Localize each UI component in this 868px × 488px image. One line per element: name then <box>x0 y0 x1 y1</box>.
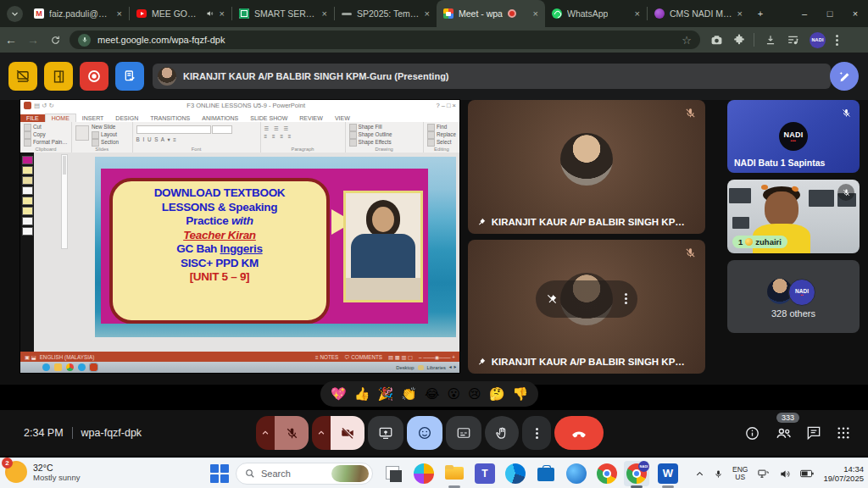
downloads-icon[interactable] <box>765 34 776 46</box>
reaction-clap[interactable]: 👏 <box>401 386 417 402</box>
file-explorer-icon[interactable] <box>444 463 465 484</box>
ppt-select-button[interactable]: Select <box>427 139 456 147</box>
ppt-tab-design[interactable]: DESIGN <box>109 114 144 122</box>
tab-youtube[interactable]: MEE GOREN × <box>130 0 231 27</box>
align-buttons[interactable]: ≡ ≡ ≡ ≡ <box>264 133 342 141</box>
thumbnail-scrollbar[interactable] <box>61 154 68 249</box>
ppt-tab-slideshow[interactable]: SLIDE SHOW <box>244 114 293 122</box>
task-view-icon[interactable] <box>383 463 403 484</box>
reaction-thumbs-down[interactable]: 👎 <box>512 386 528 402</box>
reaction-thumbs-up[interactable]: 👍 <box>354 386 370 402</box>
network-icon[interactable] <box>757 469 770 480</box>
word-icon[interactable]: W <box>658 463 678 484</box>
edge-icon[interactable] <box>505 463 526 484</box>
slide-thumbnail[interactable] <box>22 217 33 225</box>
browser-menu-icon[interactable] <box>836 33 838 47</box>
window-maximize-button[interactable]: □ <box>817 0 843 27</box>
media-controls-icon[interactable] <box>787 35 799 46</box>
reload-icon[interactable] <box>44 35 66 46</box>
recording-button[interactable] <box>80 62 108 91</box>
taskbar-clock[interactable]: 14:34 19/07/2025 <box>823 464 864 483</box>
ppt-tab-animations[interactable]: ANIMATIONS <box>196 114 244 122</box>
ppt-tab-transitions[interactable]: TRANSITIONS <box>144 114 196 122</box>
new-tab-button[interactable]: + <box>749 0 771 27</box>
back-icon[interactable]: ← <box>0 33 22 47</box>
libraries-icon[interactable] <box>418 365 424 370</box>
more-participants-tile[interactable]: NADI■■ 328 others <box>727 260 860 333</box>
volume-icon[interactable] <box>779 469 791 480</box>
slide-thumbnail[interactable] <box>22 197 33 205</box>
participant-tile-kiranjit-2[interactable]: KIRANJIT KAUR A/P BALBIR SINGH KPM… <box>468 240 705 374</box>
chrome-icon[interactable] <box>66 363 74 371</box>
tray-volume-icon[interactable]: ◂ 🕩 <box>449 364 456 370</box>
tray-mic-icon[interactable] <box>714 469 723 480</box>
tile-more-options-icon[interactable] <box>625 291 627 306</box>
forward-icon[interactable]: → <box>22 33 44 47</box>
reaction-party[interactable]: 🎉 <box>377 386 393 402</box>
ppt-tab-insert[interactable]: INSERT <box>76 114 110 122</box>
telegram-icon[interactable] <box>42 363 50 371</box>
window-close-button[interactable]: × <box>843 0 868 27</box>
folder-icon[interactable] <box>54 363 62 371</box>
close-tab-icon[interactable]: × <box>635 8 640 19</box>
close-tab-icon[interactable]: × <box>322 8 327 19</box>
taskbar-search[interactable]: Search <box>236 463 373 485</box>
notes-document-button[interactable] <box>115 62 144 91</box>
exit-door-button[interactable] <box>44 62 73 91</box>
ppt-replace-button[interactable]: Replace <box>427 131 456 139</box>
ppt-comments-button[interactable]: 🗩 COMMENTS <box>344 354 382 360</box>
window-minimize-button[interactable]: – <box>792 0 817 27</box>
chrome-nadi-icon[interactable]: NADI <box>626 463 647 484</box>
meeting-details-button[interactable] <box>744 410 760 456</box>
battery-icon[interactable] <box>800 469 814 479</box>
camera-toggle-button-off[interactable] <box>331 416 364 450</box>
start-button[interactable] <box>210 464 229 483</box>
ppt-find-button[interactable]: Find <box>427 124 456 131</box>
slide-thumbnail[interactable] <box>22 227 33 236</box>
captions-button[interactable] <box>446 416 481 450</box>
close-tab-icon[interactable]: × <box>220 8 225 19</box>
screen-share-off-button[interactable] <box>8 62 37 91</box>
reaction-heart[interactable]: 💖 <box>331 386 347 402</box>
ppt-tab-view[interactable]: VIEW <box>329 114 356 122</box>
close-tab-icon[interactable]: × <box>737 8 743 19</box>
extensions-puzzle-icon[interactable] <box>733 34 745 46</box>
language-indicator[interactable]: ENG US <box>732 466 748 481</box>
people-panel-button[interactable] <box>775 410 793 456</box>
participant-tile-zuhairi[interactable]: 1 zuhairi <box>727 180 860 253</box>
chrome-icon[interactable] <box>597 463 617 484</box>
ppt-shape-outline-button[interactable]: Shape Outline <box>349 131 420 139</box>
tab-gmail[interactable]: M faiz.paduli@ped × <box>27 0 129 27</box>
font-size-select[interactable] <box>212 125 232 134</box>
slide-thumbnail[interactable] <box>22 207 33 215</box>
reactions-button[interactable] <box>407 416 442 450</box>
teams-icon[interactable]: T <box>475 463 495 484</box>
close-tab-icon[interactable]: × <box>117 8 122 19</box>
slide-thumbnail[interactable] <box>22 176 33 185</box>
reaction-cry[interactable]: 😢 <box>468 386 481 402</box>
audio-playing-icon[interactable] <box>206 9 214 18</box>
mic-options-chevron[interactable] <box>256 416 275 450</box>
mic-toggle-button-muted[interactable] <box>275 416 309 450</box>
profile-avatar[interactable]: NADI <box>810 32 826 48</box>
end-call-button[interactable] <box>554 416 604 450</box>
participant-tile-nadi-batu[interactable]: NADI■■■ NADI Batu 1 Sapintas <box>727 100 860 173</box>
ppt-notes-button[interactable]: ≡ NOTES <box>315 354 338 360</box>
close-tab-icon[interactable]: × <box>425 8 430 19</box>
powerpoint-taskbar-icon[interactable] <box>90 363 97 371</box>
present-screen-button[interactable] <box>368 416 403 450</box>
participant-tile-kiranjit-1[interactable]: KIRANJIT KAUR A/P BALBIR SINGH KPM… <box>468 100 705 234</box>
telegram-icon-2[interactable] <box>78 363 86 371</box>
ppt-tab-file[interactable]: FILE <box>20 114 45 122</box>
desktop-label[interactable]: Desktop <box>396 365 414 370</box>
ppt-tab-home[interactable]: HOME <box>45 114 76 122</box>
new-slide-icon[interactable] <box>75 125 89 141</box>
tab-meet-active[interactable]: Meet - wpa × <box>437 0 545 27</box>
camera-indicator-icon[interactable] <box>710 35 723 46</box>
slide-thumbnails-panel[interactable] <box>20 152 34 353</box>
blue-app-icon[interactable] <box>566 463 587 484</box>
tray-chevron-icon[interactable] <box>695 469 704 479</box>
address-bar[interactable]: meet.google.com/wpa-fqzf-dpk ☆ <box>70 30 700 49</box>
tab-sheets[interactable]: SMART SERVICE × <box>232 0 334 27</box>
ppt-quick-access-icons[interactable]: ▤ ↺ ↻ <box>34 102 54 109</box>
